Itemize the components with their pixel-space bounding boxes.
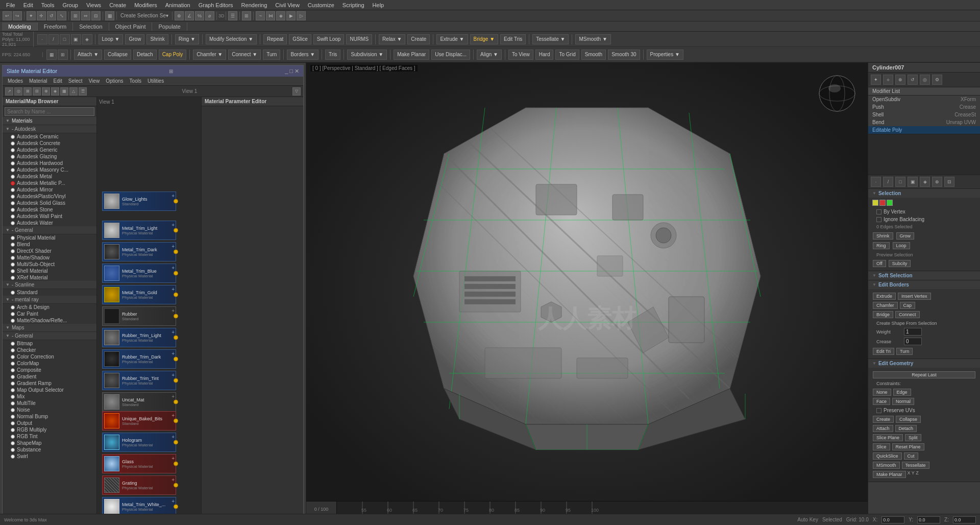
- grow-btn[interactable]: Grow: [896, 232, 915, 240]
- cap-poly-btn[interactable]: Cap Poly: [159, 50, 187, 60]
- node-plus-holo[interactable]: +: [172, 434, 175, 440]
- node-metal-trim-white[interactable]: + Metal_Trim_White_... Physical Material: [102, 497, 176, 514]
- to-grid-btn[interactable]: To Grid: [555, 50, 579, 60]
- extrude-btn[interactable]: Extrude ▼: [436, 34, 468, 44]
- meshsmooth-geom-btn[interactable]: MSmooth: [873, 462, 900, 469]
- baked-connector[interactable]: [174, 419, 178, 423]
- node-plus-rubber[interactable]: +: [172, 308, 175, 314]
- node-plus-grating[interactable]: +: [172, 477, 175, 483]
- connect-btn[interactable]: Connect ▼: [228, 50, 261, 60]
- slate-menu-select[interactable]: Select: [65, 78, 86, 84]
- icon2-1[interactable]: ▦: [46, 50, 57, 60]
- map-composite[interactable]: Composite: [3, 367, 96, 373]
- mat-metallic[interactable]: Autodesk Metallic P...: [3, 180, 96, 186]
- motion-icon[interactable]: ↺: [908, 75, 918, 85]
- mat-metal[interactable]: Autodesk Metal: [3, 173, 96, 180]
- map-gradient-ramp[interactable]: Gradient Ramp: [3, 380, 96, 387]
- edge-mode-btn[interactable]: /: [48, 34, 59, 44]
- channel7[interactable]: ⊟: [944, 177, 954, 187]
- map-mix[interactable]: Mix: [3, 393, 96, 400]
- vertex-mode-btn[interactable]: ·: [37, 34, 47, 44]
- tab-object-paint[interactable]: Object Paint: [109, 22, 153, 31]
- slate-menu-material[interactable]: Material: [26, 78, 51, 84]
- elem-channel[interactable]: ◈: [920, 177, 930, 187]
- menu-customize[interactable]: Customize: [304, 2, 338, 8]
- rubber-dark-connector[interactable]: [174, 357, 178, 362]
- create-icon[interactable]: ✦: [871, 75, 881, 85]
- utilities-icon[interactable]: ⚙: [932, 75, 942, 85]
- slate-maximize-btn[interactable]: □: [289, 68, 293, 75]
- rubber-tint-connector[interactable]: [174, 378, 178, 383]
- properties-btn[interactable]: Properties ▼: [647, 50, 683, 60]
- tessellate-geom-btn[interactable]: Tessellate: [902, 462, 929, 469]
- materials-header[interactable]: Materials: [3, 117, 96, 125]
- slate-menu-options[interactable]: Options: [103, 78, 126, 84]
- gslice-btn[interactable]: GSlice: [289, 34, 311, 44]
- node-rubber-trim-light[interactable]: + Rubber_Trim_Light Physical Material: [102, 328, 176, 347]
- maps-general-cat[interactable]: - General: [3, 332, 96, 340]
- menu-rendering[interactable]: Rendering: [237, 2, 272, 8]
- subdivision-btn[interactable]: Subdivision ▼: [347, 50, 387, 60]
- turn-btn[interactable]: Turn: [263, 50, 280, 60]
- slice-btn[interactable]: Slice: [873, 443, 890, 450]
- menu-views[interactable]: Views: [82, 2, 105, 8]
- node-plus-rubber-dark[interactable]: +: [172, 351, 175, 356]
- slate-menu-view[interactable]: View: [86, 78, 103, 84]
- viewport-layout-icon[interactable]: ▦: [105, 11, 114, 20]
- map-shapemap[interactable]: ShapeMap: [3, 440, 96, 446]
- menu-group[interactable]: Group: [58, 2, 82, 8]
- node-unique-baked[interactable]: + Unique_Baked_Bits Standard: [102, 411, 176, 431]
- node-plus-rubber-tint[interactable]: +: [172, 372, 175, 378]
- undo-icon[interactable]: ↩: [3, 11, 12, 20]
- collapse-geom-btn[interactable]: Collapse: [896, 416, 921, 423]
- soft-selection-header[interactable]: Soft Selection: [868, 271, 980, 280]
- map-noise[interactable]: Noise: [3, 407, 96, 413]
- slate-icon-9[interactable]: ☰: [79, 87, 87, 96]
- detach-btn[interactable]: Detach: [133, 50, 157, 60]
- node-metal-trim-gold[interactable]: + Metal_Trim_Gold Physical Material: [102, 285, 176, 304]
- shrink-btn[interactable]: Shrink: [146, 34, 168, 44]
- percent-snap-icon[interactable]: %: [195, 11, 204, 20]
- display-icon[interactable]: ◎: [920, 75, 930, 85]
- polygon-mode-btn[interactable]: ▣: [71, 34, 81, 44]
- z-coord-input[interactable]: [953, 516, 976, 523]
- modify-icon[interactable]: ⟡: [883, 75, 893, 85]
- ring-btn[interactable]: Ring ▼: [175, 34, 199, 44]
- metal-light-connector[interactable]: [174, 228, 178, 233]
- to-view-btn[interactable]: To View: [508, 50, 533, 60]
- attach-btn[interactable]: Attach ▼: [74, 50, 102, 60]
- attach-geom-btn[interactable]: Attach: [873, 425, 893, 432]
- node-plus-metal-blue[interactable]: +: [172, 265, 175, 271]
- node-plus-uncat[interactable]: +: [172, 394, 175, 399]
- mat-car-paint[interactable]: Car Paint: [3, 311, 96, 317]
- slate-icon-2[interactable]: ◎: [14, 87, 22, 96]
- slate-icon-4[interactable]: ⊟: [33, 87, 41, 96]
- view1-tab[interactable]: View 1: [87, 88, 292, 94]
- ignore-bf-check[interactable]: [876, 217, 881, 222]
- bridge-border-btn[interactable]: Bridge: [873, 311, 893, 318]
- quickslice-btn[interactable]: QuickSlice: [873, 452, 902, 460]
- slate-icon-7[interactable]: ▦: [60, 87, 68, 96]
- tab-populate[interactable]: Populate: [152, 22, 187, 31]
- mod-bend[interactable]: Bend Unvrap UVW: [868, 118, 980, 126]
- mat-concrete[interactable]: Autodesk Concrete: [3, 140, 96, 147]
- slice-plane-btn[interactable]: Slice Plane: [873, 434, 903, 441]
- node-plus-baked[interactable]: +: [172, 413, 175, 418]
- move-icon[interactable]: ✛: [37, 11, 46, 20]
- cut-btn[interactable]: Cut: [904, 452, 918, 460]
- menu-scripting[interactable]: Scripting: [338, 2, 369, 8]
- node-rubber-trim-tint[interactable]: + Rubber_Trim_Tint Physical Material: [102, 371, 176, 390]
- holo-connector[interactable]: [174, 440, 178, 445]
- msmooth-btn[interactable]: MSmooth ▼: [575, 34, 610, 44]
- edge-btn[interactable]: Edge: [893, 389, 911, 396]
- rubber-connector[interactable]: [174, 314, 178, 319]
- mat-matte[interactable]: Matte/Shadow: [3, 254, 96, 261]
- shrink-btn[interactable]: Shrink: [873, 232, 893, 240]
- mat-mirror[interactable]: Autodesk Mirror: [3, 186, 96, 193]
- autodesk-category[interactable]: - Autodesk: [3, 125, 96, 133]
- swatch-vertex[interactable]: [872, 200, 878, 206]
- tab-freeform[interactable]: Freeform: [38, 22, 74, 31]
- map-rgb-tint[interactable]: RGB Tint: [3, 433, 96, 440]
- select-icon[interactable]: ✦: [27, 11, 36, 20]
- loop-btn[interactable]: Loop: [893, 242, 910, 249]
